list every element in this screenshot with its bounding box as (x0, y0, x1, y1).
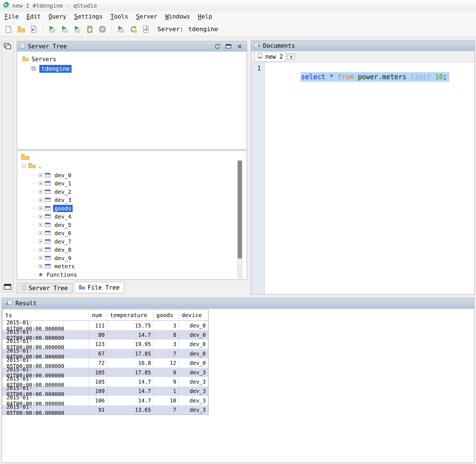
collapse-icon[interactable]: - (22, 164, 26, 168)
table-icon (45, 180, 51, 187)
tree-item-dev_8[interactable]: +dev_8 (17, 246, 247, 254)
folder-icon (22, 56, 29, 63)
expand-icon[interactable]: + (39, 240, 42, 243)
column-header-device[interactable]: device (179, 310, 208, 320)
sql-editor[interactable]: 1 select * from power.meters limit 10; (251, 63, 475, 294)
run-all-queries-button[interactable] (72, 24, 83, 35)
expand-icon[interactable]: + (39, 231, 42, 235)
open-file-button[interactable] (15, 24, 27, 35)
document-icon (258, 53, 263, 60)
tree-item-dev_2[interactable]: +dev_2 (17, 188, 247, 196)
expand-icon[interactable]: + (39, 182, 42, 185)
tree-item-meters[interactable]: +meters (17, 262, 247, 271)
expand-icon[interactable]: + (39, 198, 42, 202)
expand-icon[interactable]: + (39, 248, 42, 252)
menu-tools[interactable]: Tools (107, 13, 132, 20)
toolbar-separator (111, 25, 112, 34)
result-cell: dev_0 (179, 330, 208, 339)
server-combo-value[interactable]: tdengine (188, 26, 233, 33)
minimized-window-icon[interactable] (4, 284, 11, 290)
menu-settings[interactable]: Settings (70, 13, 106, 20)
new-document-button[interactable] (3, 24, 14, 35)
expand-icon[interactable]: + (39, 265, 42, 268)
code-token: 10 (435, 73, 443, 81)
table-icon (45, 246, 51, 253)
tree-item-label: dev_7 (53, 238, 73, 245)
tree-item-dev_0[interactable]: +dev_0 (17, 171, 247, 179)
tree-connector (33, 250, 36, 250)
menu-query[interactable]: Query (45, 13, 70, 20)
tree-item-label: Functions (45, 271, 78, 278)
result-cell: 2015-01-05T00:00:00.000000 (3, 405, 89, 415)
run-script-button[interactable] (115, 24, 126, 35)
tab-server-tree[interactable]: Server Tree (17, 283, 72, 293)
dock-strip (2, 41, 13, 292)
expand-icon[interactable]: + (39, 256, 42, 260)
close-icon[interactable]: × (235, 43, 244, 50)
tree-item-servers[interactable]: Servers (17, 51, 247, 63)
column-header-ts[interactable]: ts (3, 310, 89, 320)
vertical-scrollbar[interactable] (237, 160, 242, 278)
expand-icon[interactable]: + (39, 223, 42, 227)
table-icon (45, 238, 51, 245)
expand-icon[interactable]: + (39, 173, 42, 177)
tab-new-2[interactable]: new 2 (255, 52, 286, 62)
menu-windows[interactable]: Windows (161, 13, 194, 20)
refresh-server-button[interactable] (128, 24, 139, 35)
tree-item-dev_5[interactable]: +dev_5 (17, 221, 247, 229)
run-selected-query-button[interactable] (59, 24, 70, 35)
tab-label: new 2 (265, 53, 283, 60)
export-result-button[interactable] (140, 24, 152, 35)
tree-item-tdengine[interactable]: tdengine (31, 65, 247, 73)
tree-item-dev_1[interactable]: +dev_1 (17, 179, 247, 188)
tree-item-dev_4[interactable]: +dev_4 (17, 213, 247, 221)
tree-item-label: dev_2 (53, 188, 73, 195)
column-header-temperature[interactable]: temperature (107, 310, 154, 320)
stacked-windows-icon[interactable] (4, 43, 12, 51)
tree-item-dev_3[interactable]: +dev_3 (17, 196, 247, 204)
tree-item-dev_7[interactable]: +dev_7 (17, 237, 247, 246)
expand-icon[interactable]: + (39, 206, 42, 210)
refresh-icon[interactable] (213, 43, 221, 50)
column-header-goods[interactable]: goods (154, 310, 179, 320)
tab-label: Server Tree (29, 285, 68, 292)
paste-button[interactable] (84, 24, 95, 35)
toolbar-icons (3, 24, 152, 35)
cancel-query-button[interactable] (97, 24, 108, 35)
tree-item-dev_9[interactable]: +dev_9 (17, 254, 247, 262)
result-row[interactable]: 2015-01-05T00:00:00.0000009113.657dev_3 (3, 405, 208, 415)
menu-edit[interactable]: Edit (23, 13, 45, 20)
result-rows: 2015-01-01T00:00:00.00000011115.753dev_0… (3, 321, 208, 415)
documents-title: Documents (263, 42, 295, 49)
tree-item-goods[interactable]: +goods (17, 204, 247, 213)
expand-icon[interactable]: + (39, 215, 42, 219)
result-cell: dev_3 (179, 377, 208, 386)
code-token: power.meters (358, 73, 411, 81)
column-header-num[interactable]: num (89, 310, 107, 320)
tree-connector (33, 274, 36, 275)
result-cell: 1 (154, 386, 179, 396)
save-file-button[interactable] (28, 24, 39, 35)
result-cell: 9 (154, 377, 179, 386)
scrollbar-thumb[interactable] (238, 161, 242, 258)
menu-file[interactable]: File (1, 13, 23, 20)
title-bar: new 2 #tdengine - qStudio (0, 0, 476, 11)
result-header: Result (2, 298, 474, 309)
menu-server[interactable]: Server (132, 13, 161, 20)
code-area[interactable]: select * from power.meters limit 10; (265, 63, 475, 294)
menu-help[interactable]: Help (194, 13, 216, 20)
result-cell: 7 (154, 349, 179, 358)
tree-item-functions[interactable]: Functions (17, 270, 247, 279)
tree-connector (33, 241, 36, 242)
tree-connector (33, 266, 36, 267)
result-cell: dev_3 (179, 396, 208, 405)
run-current-query-button[interactable] (46, 24, 58, 35)
popout-window-icon[interactable] (224, 43, 233, 50)
expand-icon[interactable]: + (39, 190, 42, 194)
tab-close-button[interactable]: x (287, 54, 295, 60)
tab-file-tree[interactable]: File Tree (74, 282, 124, 293)
tree-item-dev_6[interactable]: +dev_6 (17, 229, 247, 238)
tree-item-root[interactable]: - . (22, 163, 42, 170)
result-cell: 3 (154, 340, 179, 349)
tree-connector (33, 208, 36, 208)
